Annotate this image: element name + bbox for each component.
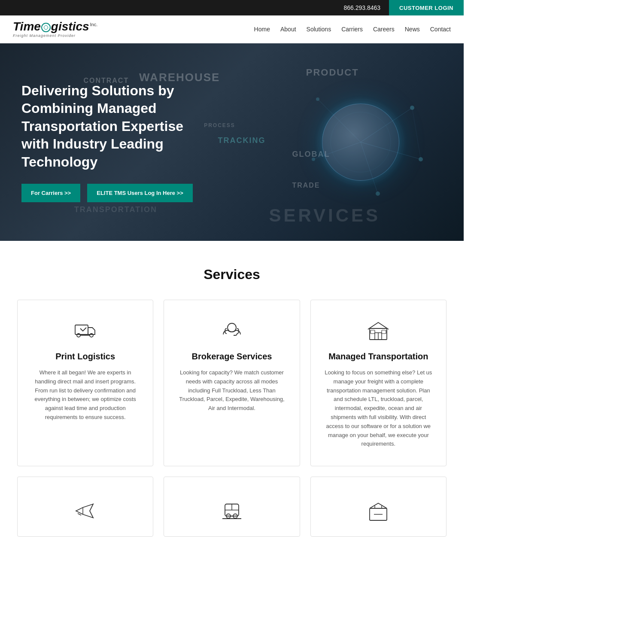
- services-grid-bottom: [17, 477, 447, 537]
- airplane-icon: [74, 500, 97, 522]
- print-logistics-icon: [73, 317, 98, 343]
- warehouse-icon: [367, 319, 389, 341]
- nav-about[interactable]: About: [280, 26, 296, 33]
- service-card-print-logistics: Print Logistics Where it all began! We a…: [17, 300, 153, 466]
- train-icon: [221, 500, 243, 522]
- floating-tracking: TRACKING: [218, 136, 266, 145]
- service-card-rail: [164, 477, 300, 537]
- nav-careers[interactable]: Careers: [373, 26, 395, 33]
- nav-news[interactable]: News: [405, 26, 420, 33]
- svg-point-8: [410, 106, 414, 110]
- svg-point-9: [419, 157, 423, 161]
- floating-transportation: TRANSPORTATION: [74, 205, 157, 214]
- service-card-managed-transportation: Managed Transportation Looking to focus …: [310, 300, 447, 466]
- top-bar: 866.293.8463 CUSTOMER LOGIN: [0, 0, 464, 15]
- hero-sphere: [292, 73, 429, 211]
- customer-login-button[interactable]: CUSTOMER LOGIN: [389, 0, 464, 15]
- logo: TimegisticsInc. Freight Management Provi…: [13, 21, 97, 38]
- service-card-brokerage: Brokerage Services Looking for capacity?…: [164, 300, 300, 466]
- hero-section: WAREHOUSE CONTRACT PRODUCT PROCESS TRACK…: [0, 43, 464, 241]
- truck-icon: [74, 319, 97, 341]
- hero-buttons: For Carriers >> ELITE TMS Users Log In H…: [21, 184, 202, 202]
- print-logistics-name: Print Logistics: [30, 352, 140, 361]
- managed-transportation-name: Managed Transportation: [324, 352, 433, 361]
- nav-links: Home About Solutions Carriers Careers Ne…: [254, 25, 451, 33]
- svg-line-24: [78, 513, 81, 515]
- service-card-parcel: [310, 477, 447, 537]
- service-card-air: [17, 477, 153, 537]
- svg-rect-21: [371, 330, 375, 334]
- svg-point-12: [376, 191, 380, 196]
- managed-transportation-icon: [365, 317, 391, 343]
- brokerage-desc: Looking for capacity? We match customer …: [177, 368, 286, 413]
- services-grid: Print Logistics Where it all began! We a…: [17, 300, 447, 466]
- navbar: TimegisticsInc. Freight Management Provi…: [0, 15, 464, 43]
- box-icon: [367, 500, 389, 522]
- elite-tms-button[interactable]: ELITE TMS Users Log In Here >>: [87, 184, 193, 202]
- services-section: Services Print Logistics Where it all be…: [0, 241, 464, 554]
- logo-inc: Inc.: [90, 22, 98, 27]
- logo-subtitle: Freight Management Provider: [13, 33, 97, 38]
- hero-content: Delivering Solutions by Combining Manage…: [0, 82, 223, 203]
- nav-home[interactable]: Home: [254, 26, 270, 33]
- print-logistics-desc: Where it all began! We are experts in ha…: [30, 368, 140, 422]
- hero-title: Delivering Solutions by Combining Manage…: [21, 82, 202, 171]
- svg-line-5: [412, 108, 421, 159]
- for-carriers-button[interactable]: For Carriers >>: [21, 184, 80, 202]
- nav-solutions[interactable]: Solutions: [307, 26, 331, 33]
- nav-contact[interactable]: Contact: [430, 26, 451, 33]
- headset-icon: [221, 319, 243, 341]
- logo-text: TimegisticsInc.: [13, 21, 97, 33]
- nav-carriers[interactable]: Carriers: [341, 26, 363, 33]
- brokerage-name: Brokerage Services: [177, 352, 286, 361]
- svg-point-11: [312, 158, 315, 161]
- logo-o-icon: [41, 23, 51, 32]
- svg-point-10: [316, 97, 319, 101]
- brokerage-icon: [219, 317, 245, 343]
- phone-number: 866.293.8463: [343, 4, 380, 11]
- sphere-core: [322, 103, 399, 181]
- services-title: Services: [17, 267, 447, 283]
- managed-transportation-desc: Looking to focus on something else? Let …: [324, 368, 433, 449]
- svg-rect-22: [382, 330, 386, 334]
